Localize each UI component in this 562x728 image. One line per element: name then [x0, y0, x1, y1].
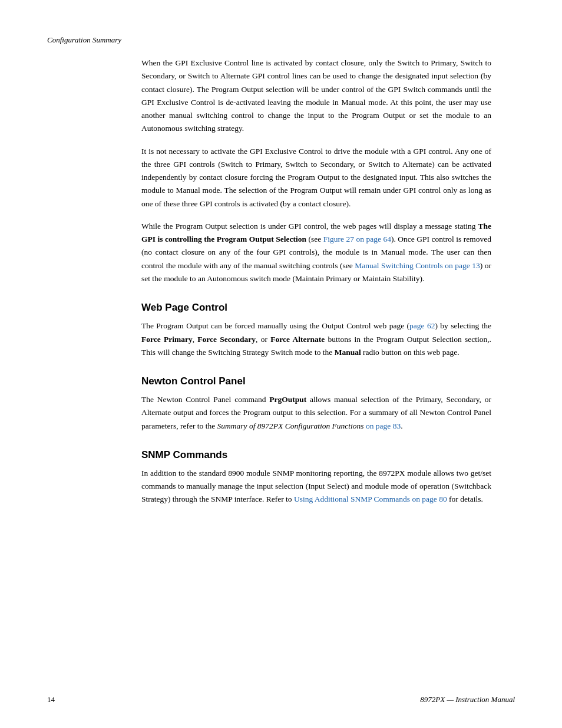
- header-label-text: Configuration Summary: [47, 35, 121, 44]
- footer-page-number: 14: [47, 695, 55, 704]
- page-header: Configuration Summary: [47, 35, 515, 45]
- bold-force-secondary: Force Secondary: [197, 335, 256, 344]
- link-manual-switching[interactable]: Manual Switching Controls on page 13: [355, 261, 480, 270]
- paragraph-gpi-not-necessary: It is not necessary to activate the GPI …: [141, 145, 491, 210]
- page: Configuration Summary When the GPI Exclu…: [0, 0, 562, 728]
- section-snmp-commands: SNMP Commands In addition to the standar…: [141, 449, 491, 506]
- link-page62[interactable]: page 62: [409, 321, 435, 330]
- link-page83[interactable]: on page 83: [366, 421, 401, 430]
- heading-newton-control-panel: Newton Control Panel: [141, 375, 491, 387]
- bold-force-alternate: Force Alternate: [270, 335, 325, 344]
- heading-web-page-control: Web Page Control: [141, 302, 491, 314]
- main-content: When the GPI Exclusive Control line is a…: [141, 57, 491, 506]
- paragraph-web-page-control: The Program Output can be forced manuall…: [141, 319, 491, 359]
- heading-snmp-commands: SNMP Commands: [141, 449, 491, 461]
- section-newton-control-panel: Newton Control Panel The Newton Control …: [141, 375, 491, 433]
- paragraph-snmp-commands: In addition to the standard 8900 module …: [141, 467, 491, 506]
- paragraph-gpi-exclusive: When the GPI Exclusive Control line is a…: [141, 57, 491, 136]
- italic-summary-ref: Summary of 8972PX Configuration Function…: [217, 421, 364, 430]
- bold-gpi-message: The GPI is controlling the Program Outpu…: [141, 222, 491, 243]
- bold-force-primary: Force Primary: [141, 335, 193, 344]
- section-web-page-control: Web Page Control The Program Output can …: [141, 302, 491, 359]
- paragraph-gpi-web-display: While the Program Output selection is un…: [141, 220, 491, 285]
- bold-manual: Manual: [335, 348, 361, 357]
- paragraph-newton-control-panel: The Newton Control Panel command PrgOutp…: [141, 393, 491, 433]
- link-snmp-additional[interactable]: Using Additional SNMP Commands on page 8…: [294, 495, 447, 503]
- link-figure27[interactable]: Figure 27 on page 64: [323, 235, 391, 243]
- footer-title: 8972PX — Instruction Manual: [420, 695, 515, 704]
- page-footer: 14 8972PX — Instruction Manual: [47, 695, 515, 704]
- bold-prgoutput: PrgOutput: [269, 395, 306, 404]
